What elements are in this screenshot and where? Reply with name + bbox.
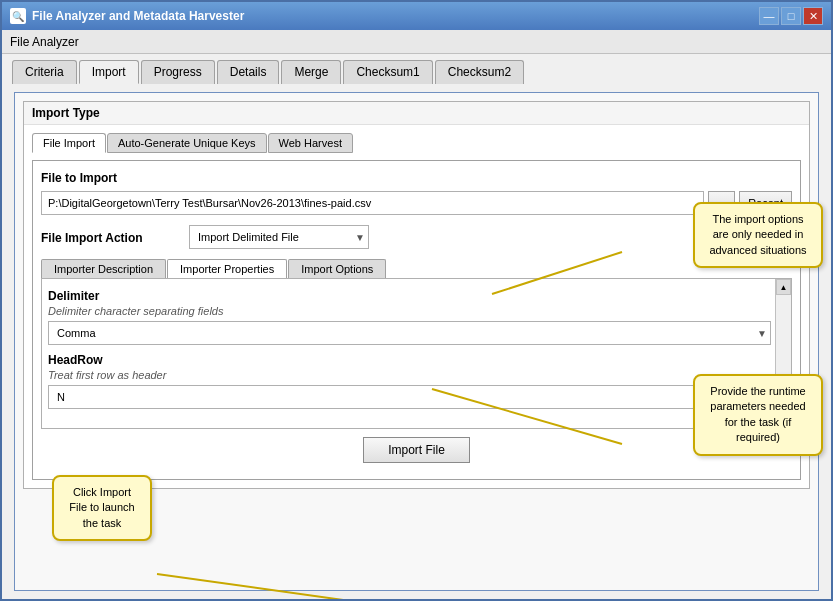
sub-tab-file-import[interactable]: File Import (32, 133, 106, 153)
delimiter-select[interactable]: Comma Tab Pipe Semicolon (48, 321, 771, 345)
sub-tab-auto-generate[interactable]: Auto-Generate Unique Keys (107, 133, 267, 153)
sub-tab-content: File to Import ... Recent File Import Ac… (32, 160, 801, 480)
tab-checksum1[interactable]: Checksum1 (343, 60, 432, 84)
inner-tab-options[interactable]: Import Options (288, 259, 386, 278)
file-input-row: ... Recent (41, 191, 792, 215)
tab-checksum2[interactable]: Checksum2 (435, 60, 524, 84)
import-action-select-wrapper: Import Delimited File Import Fixed File … (189, 225, 369, 249)
import-type-content: File Import Auto-Generate Unique Keys We… (24, 125, 809, 488)
window-title: File Analyzer and Metadata Harvester (32, 9, 244, 23)
file-import-action-label: File Import Action (41, 229, 181, 245)
inner-tabs-row: Importer Description Importer Properties… (41, 259, 792, 279)
menu-bar: File Analyzer (2, 30, 831, 54)
import-file-button[interactable]: Import File (363, 437, 470, 463)
app-icon: 🔍 (10, 8, 26, 24)
import-type-group: Import Type File Import Auto-Generate Un… (23, 101, 810, 489)
import-action-select[interactable]: Import Delimited File Import Fixed File … (189, 225, 369, 249)
tooltip-click-import: Click Import File to launch the task (52, 475, 152, 541)
import-btn-row: Import File (41, 429, 792, 471)
menu-bar-label: File Analyzer (10, 35, 79, 49)
main-tabs: Criteria Import Progress Details Merge C… (2, 54, 831, 84)
tab-import[interactable]: Import (79, 60, 139, 84)
sub-tab-web-harvest[interactable]: Web Harvest (268, 133, 353, 153)
inner-tab-description[interactable]: Importer Description (41, 259, 166, 278)
headrow-desc: Treat first row as header (48, 369, 771, 381)
title-bar: 🔍 File Analyzer and Metadata Harvester —… (2, 2, 831, 30)
inner-tabs-section: Importer Description Importer Properties… (41, 259, 792, 429)
tab-progress[interactable]: Progress (141, 60, 215, 84)
tooltip-import-options: The import options are only needed in ad… (693, 202, 823, 268)
import-sub-tabs: File Import Auto-Generate Unique Keys We… (32, 133, 801, 153)
tooltip-runtime-params: Provide the runtime parameters needed fo… (693, 374, 823, 456)
file-path-input[interactable] (41, 191, 704, 215)
import-type-title: Import Type (24, 102, 809, 125)
properties-content: Delimiter Delimiter character separating… (41, 279, 792, 429)
headrow-label: HeadRow (48, 353, 771, 367)
import-action-row: File Import Action Import Delimited File… (41, 221, 792, 249)
headrow-select-wrapper: N Y ▼ (48, 385, 771, 409)
delimiter-desc: Delimiter character separating fields (48, 305, 771, 317)
close-button[interactable]: ✕ (803, 7, 823, 25)
inner-tab-properties[interactable]: Importer Properties (167, 259, 287, 278)
window-controls: — □ ✕ (759, 7, 823, 25)
minimize-button[interactable]: — (759, 7, 779, 25)
main-content: Import Type File Import Auto-Generate Un… (2, 84, 831, 599)
delimiter-label: Delimiter (48, 289, 771, 303)
maximize-button[interactable]: □ (781, 7, 801, 25)
delimiter-select-wrapper: Comma Tab Pipe Semicolon ▼ (48, 321, 771, 345)
scroll-up-button[interactable]: ▲ (776, 279, 791, 295)
main-window: 🔍 File Analyzer and Metadata Harvester —… (0, 0, 833, 601)
tab-criteria[interactable]: Criteria (12, 60, 77, 84)
tab-details[interactable]: Details (217, 60, 280, 84)
tab-merge[interactable]: Merge (281, 60, 341, 84)
title-bar-left: 🔍 File Analyzer and Metadata Harvester (10, 8, 244, 24)
headrow-select[interactable]: N Y (48, 385, 771, 409)
file-to-import-label: File to Import (41, 169, 792, 185)
